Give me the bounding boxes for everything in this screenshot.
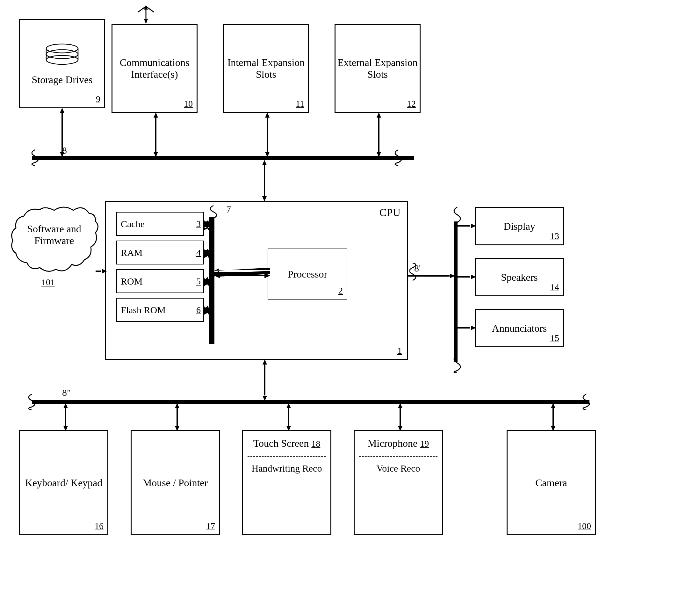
bus8dbl-label: 8": [62, 387, 71, 398]
processor-box: Processor 2: [268, 249, 347, 300]
svg-marker-73: [203, 282, 212, 286]
svg-marker-21: [377, 112, 381, 118]
svg-marker-57: [286, 426, 291, 431]
arrow-comm-bus: [153, 112, 159, 157]
svg-marker-18: [265, 112, 270, 118]
bus8prime-squiggle: [409, 263, 425, 282]
display-box: Display 13: [475, 207, 564, 245]
arrow-rom-dbl: [203, 276, 212, 288]
antenna-icon: [133, 3, 159, 24]
cache-box: Cache 3: [116, 212, 204, 236]
svg-marker-75: [203, 310, 212, 315]
svg-marker-11: [144, 19, 148, 24]
camera-box: Camera 100: [507, 430, 596, 535]
svg-marker-46: [262, 359, 267, 365]
svg-marker-60: [398, 426, 402, 431]
touchscreen-label: Touch Screen: [253, 438, 309, 449]
diagram: 9 Storage Drives Communications Interfac…: [0, 0, 700, 600]
flash-rom-box: Flash ROM 6: [116, 298, 204, 322]
svg-marker-72: [203, 277, 212, 282]
svg-marker-74: [203, 306, 212, 310]
storage-drives-label: Storage Drives: [31, 74, 93, 86]
display-num: 13: [550, 231, 559, 241]
svg-marker-54: [175, 426, 179, 431]
external-expansion-box: External Expansion Slots 12: [334, 24, 421, 113]
arrow-cpu-bus8dbl: [261, 359, 268, 401]
bus7-label: 7: [226, 204, 231, 215]
cpu-num: 1: [397, 345, 402, 356]
internal-expansion-num: 11: [296, 99, 304, 109]
bus8-squiggle-right: [389, 148, 408, 166]
ram-num: 4: [196, 248, 203, 258]
arrow-bus-annunciators: [456, 324, 476, 331]
bus8dbl-squiggle-left: [22, 393, 42, 410]
svg-marker-70: [203, 249, 212, 254]
svg-marker-68: [203, 226, 212, 231]
external-expansion-label: External Expansion Slots: [335, 57, 420, 80]
storage-drives-num: 9: [96, 94, 100, 104]
arrow-flash-dbl: [203, 304, 212, 317]
touchscreen-box: Touch Screen 18 Handwriting Reco: [242, 430, 331, 535]
svg-point-4: [46, 55, 78, 65]
communications-box: Communications Interface(s) 10: [111, 24, 198, 113]
svg-marker-24: [262, 160, 267, 165]
svg-marker-20: [265, 152, 270, 157]
camera-label: Camera: [535, 477, 567, 489]
bus8prime-squiggle-bot: [449, 355, 465, 373]
bus8dbl-squiggle-right: [577, 393, 596, 410]
communications-label: Communications Interface(s): [112, 57, 197, 80]
svg-point-1: [46, 50, 78, 59]
svg-marker-52: [175, 403, 179, 408]
annunciators-label: Annunciators: [492, 322, 547, 334]
microphone-box: Microphone 19 Voice Reco: [354, 430, 443, 535]
arrow-ram-dbl: [203, 248, 212, 260]
svg-marker-12: [60, 108, 65, 113]
microphone-label: Microphone: [368, 438, 417, 449]
bus8prime-squiggle-top: [449, 207, 465, 225]
speakers-box: Speakers 14: [475, 258, 564, 296]
svg-point-0: [46, 44, 78, 53]
arrow-proc-vbus-final: [214, 271, 270, 280]
cpu-label: CPU: [379, 206, 400, 219]
speakers-num: 14: [550, 282, 559, 292]
cache-label: Cache: [121, 219, 145, 229]
svg-marker-41: [471, 275, 476, 279]
arrow-cache-dbl: [203, 220, 212, 232]
touchscreen-num: 18: [311, 439, 320, 449]
annunciators-num: 15: [550, 333, 559, 343]
mouse-box: Mouse / Pointer 17: [131, 430, 220, 535]
internal-expansion-box: Internal Expansion Slots 11: [223, 24, 309, 113]
mouse-label: Mouse / Pointer: [143, 477, 208, 489]
mouse-num: 17: [206, 521, 215, 531]
microphone-sub: Voice Reco: [373, 463, 423, 474]
svg-marker-43: [471, 326, 476, 330]
arrow-mouse-bus: [174, 403, 181, 431]
arrow-storage-bus: [59, 108, 65, 157]
bus-8dbl: [32, 400, 590, 404]
arrow-camera-bus: [550, 403, 557, 431]
communications-num: 10: [184, 99, 193, 109]
cache-num: 3: [196, 219, 203, 229]
software-label: Software and Firmware: [18, 223, 91, 247]
disk-icon: [43, 42, 81, 71]
arrow-bus-cpu: [261, 160, 268, 201]
arrow-bus-display: [456, 222, 476, 229]
keyboard-label: Keyboard/ Keypad: [25, 477, 103, 489]
flash-rom-num: 6: [196, 305, 203, 315]
processor-label: Processor: [288, 268, 327, 280]
bus-8: [32, 156, 414, 160]
arrow-keyboard-bus: [62, 403, 69, 431]
ram-box: RAM 4: [116, 241, 204, 265]
arrow-micro-bus: [397, 403, 404, 431]
rom-label: ROM: [121, 276, 143, 287]
flash-rom-label: Flash ROM: [121, 305, 166, 316]
internal-expansion-label: Internal Expansion Slots: [224, 57, 308, 80]
processor-num: 2: [339, 285, 343, 296]
arrow-internal-bus: [264, 112, 271, 157]
svg-marker-67: [203, 221, 212, 226]
keyboard-num: 16: [95, 521, 104, 531]
touchscreen-sub: Handwriting Reco: [249, 463, 325, 474]
bus8prime-vline: [454, 222, 457, 362]
microphone-num: 19: [420, 439, 429, 449]
svg-marker-71: [203, 254, 212, 258]
